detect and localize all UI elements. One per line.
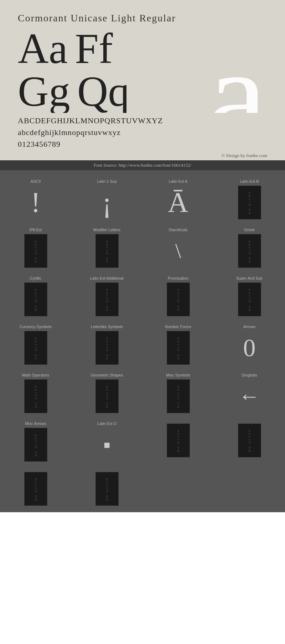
glyph-character: 0 [243,334,256,362]
no-glyph-badge: NO GLYPH [238,282,261,316]
glyph-cell: Arrows0 [214,319,285,368]
specimen-aa: Aa [18,27,68,70]
glyph-label-top: Diacriticals [169,228,187,232]
specimen-qq: Qq [77,70,130,113]
no-glyph-badge: NO GLYPH [167,424,190,457]
glyph-label-top: Math Operators [22,373,49,377]
no-glyph-badge: NO GLYPH [24,428,47,462]
no-glyph-badge: NO GLYPH [24,379,47,413]
glyph-label-top: Super And Sub [236,276,263,280]
glyph-grid: ASCII!Latin 1 Sup¡Latin Ext AĀLatin Ext … [0,174,285,509]
glyph-label-top: Greek [244,228,255,232]
glyph-char-box: \ [166,234,191,268]
glyph-label-top: Dingbats [242,373,257,377]
font-title: Cormorant Unicase Light Regular [18,7,267,27]
glyph-cell: Latin 1 Sup¡ [71,174,142,222]
glyph-label-top: Latin Ext D [97,421,116,426]
glyph-label-top: Latin Ext B [240,179,259,183]
glyph-cell: Latin Ext AĀ [142,174,214,222]
glyph-label-top: Arrows [243,324,255,329]
specimen-ff: Ff [75,27,113,70]
specimen-gg: Gg [18,70,70,113]
glyph-char-box: ¡ [94,186,119,219]
no-glyph-badge: NO GLYPH [95,282,119,316]
no-glyph-badge: NO GLYPH [238,424,261,457]
no-glyph-badge: NO GLYPH [24,472,47,506]
no-glyph-badge: NO GLYPH [24,331,47,365]
copyright: © Design by fontke.com [0,150,285,160]
glyph-character: ! [31,186,41,219]
glyph-character: ■ [104,439,110,451]
lowercase-alphabet: abcdefghijklmnopqrstuvwxyz [18,126,267,138]
glyph-label-top: Number Forms [165,324,191,329]
glyph-cell: ASCII! [0,174,71,222]
glyph-cell: NO GLYPH [214,416,285,464]
glyph-cell: IPA ExtNO GLYPH [0,222,71,271]
no-glyph-badge: NO GLYPH [24,282,47,316]
glyph-cell: CyrillicNO GLYPH [0,271,71,319]
glyph-cell: Number FormsNO GLYPH [142,319,214,368]
glyph-char-box: ■ [94,428,119,462]
glyph-cell: NO GLYPH [0,464,71,509]
glyph-character: \ [175,239,181,263]
glyph-cell: Math OperatorsNO GLYPH [0,368,71,416]
glyph-label-top: Letterlike Symbols [91,324,123,329]
glyph-label-top: ASCII [31,179,41,183]
no-glyph-badge: NO GLYPH [95,379,119,413]
glyph-label-top: Latin Ext Additional [90,276,124,280]
glyph-label-top: Misc Symbols [166,373,190,377]
no-glyph-badge: NO GLYPH [238,234,261,268]
no-glyph-badge: NO GLYPH [238,186,261,219]
glyph-cell: Geometric ShapesNO GLYPH [71,368,142,416]
no-glyph-badge: NO GLYPH [167,379,190,413]
glyph-cell: NO GLYPH [142,416,214,464]
glyph-cell: Misc SymbolsNO GLYPH [142,368,214,416]
glyph-cell: Latin Ext AdditionalNO GLYPH [71,271,142,319]
glyph-cell: Dingbats← [214,368,285,416]
glyph-cell: Super And SubNO GLYPH [214,271,285,319]
glyph-cell: Misc ArrowsNO GLYPH [0,416,71,464]
glyph-label-top: Currency Symbols [20,324,52,329]
no-glyph-badge: NO GLYPH [167,282,190,316]
glyph-cell: Currency SymbolsNO GLYPH [0,319,71,368]
glyph-char-box: 0 [237,331,262,365]
glyph-char-box: Ā [166,186,191,219]
uppercase-alphabet: ABCDEFGHIJKLMNOPQRSTUVWXYZ [18,115,267,126]
glyph-cell: Diacriticals\ [142,222,214,271]
glyph-label-top: Latin Ext A [169,179,188,183]
glyph-character: Ā [168,186,188,219]
no-glyph-badge: NO GLYPH [95,331,119,365]
no-glyph-badge: NO GLYPH [95,234,119,268]
glyph-label-top: Geometric Shapes [90,373,123,377]
glyph-label-top: Modifier Letters [93,228,120,232]
glyph-character: ¡ [102,186,112,219]
glyph-label-top: Latin 1 Sup [97,179,117,183]
no-glyph-badge: NO GLYPH [24,234,47,268]
glyph-cell: NO GLYPH [71,464,142,509]
glyph-char-box: ! [23,186,48,219]
glyph-char-box: ← [237,379,262,413]
glyph-label-top: Punctuation [168,276,188,280]
glyph-cell: PunctuationNO GLYPH [142,271,214,319]
glyph-character: ← [239,384,260,409]
font-source: Font Source: http://www.fontke.com/font/… [0,160,285,170]
digits: 0123456789 [18,138,267,150]
glyph-cell: Latin Ext BNO GLYPH [214,174,285,222]
no-glyph-badge: NO GLYPH [95,472,119,506]
glyph-cell: Modifier LettersNO GLYPH [71,222,142,271]
no-glyph-badge: NO GLYPH [167,331,190,365]
glyph-label-top: IPA Ext [29,228,42,232]
glyph-cell: Letterlike SymbolsNO GLYPH [71,319,142,368]
glyph-label-top: Misc Arrows [25,421,46,426]
glyph-cell: GreekNO GLYPH [214,222,285,271]
glyph-label-top: Cyrillic [30,276,41,280]
specimen-large-a: a [207,27,267,113]
glyph-cell: Latin Ext D■ [71,416,142,464]
